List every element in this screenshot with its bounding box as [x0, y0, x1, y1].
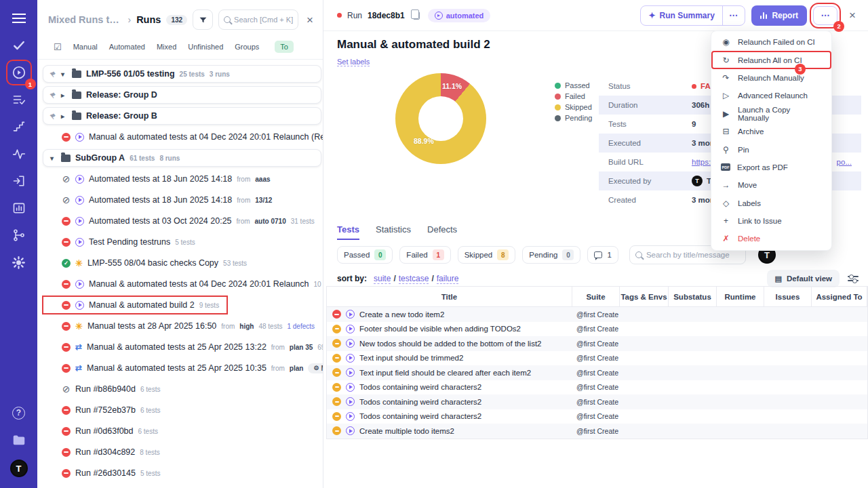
- select-all-icon[interactable]: ☑: [54, 42, 62, 52]
- tests-search-input[interactable]: [646, 251, 740, 259]
- run-list-item[interactable]: ⚑ Run #752eb37b from 6 tests: [43, 401, 323, 419]
- runs-filter-tab[interactable]: Mixed: [157, 43, 176, 51]
- user-avatar[interactable]: T: [10, 460, 28, 477]
- menu-item[interactable]: ◉ Relaunch Failed on CI: [711, 33, 831, 51]
- menu-item[interactable]: ⊟ Archive: [711, 123, 831, 140]
- more-actions-button[interactable]: ⋯ 2: [813, 6, 837, 25]
- runs-filter-tab[interactable]: Automated: [109, 43, 145, 51]
- status-filter-chip[interactable]: Passed 0: [337, 246, 393, 264]
- table-column-header[interactable]: Substatus: [669, 287, 717, 306]
- chevron-icon[interactable]: [61, 92, 67, 99]
- run-list-item[interactable]: ⚑ Test Pending testruns from 5 tests: [43, 233, 323, 251]
- run-list-item[interactable]: ⚑ LMP-555 08/04 basic checks Copy from 5…: [43, 254, 323, 272]
- branch-icon[interactable]: [12, 228, 26, 243]
- sort-option-link[interactable]: suite: [374, 274, 391, 284]
- menu-item[interactable]: ⚲ Pin: [711, 140, 831, 158]
- filter-button[interactable]: [193, 9, 213, 30]
- run-summary-button[interactable]: ✦ Run Summary ⋯: [640, 5, 745, 26]
- run-list-item[interactable]: ⚑ Automated tests at 18 Jun 2025 14:18 f…: [43, 170, 323, 188]
- run-list-item[interactable]: ⚑ SubGroup A from 61 tests 8 runs: [43, 149, 321, 167]
- pulse-icon[interactable]: [12, 146, 26, 161]
- copy-icon[interactable]: [413, 12, 420, 20]
- table-row[interactable]: Todos containing weird characters2 @firs…: [327, 409, 867, 424]
- table-row[interactable]: Todos containing weird characters2 @firs…: [327, 394, 867, 409]
- table-row[interactable]: Create a new todo item2 @first Create ..…: [327, 307, 867, 322]
- menu-item[interactable]: + Link to Issue: [711, 212, 831, 230]
- run-list-item[interactable]: ⚑ Manual tests at 28 Apr 2025 16:50 from…: [43, 317, 323, 335]
- check-nav-icon[interactable]: [12, 38, 26, 53]
- import-icon[interactable]: [12, 174, 26, 188]
- menu-item[interactable]: ↻ Relaunch All on CI 3: [711, 51, 831, 68]
- comments-filter-chip[interactable]: 1: [587, 246, 618, 264]
- run-summary-more-button[interactable]: ⋯: [722, 6, 745, 25]
- chip-label: Failed: [406, 251, 427, 259]
- settings-gear-icon[interactable]: [12, 255, 26, 270]
- column-settings-icon[interactable]: [848, 276, 859, 281]
- breadcrumb-project[interactable]: Mixed Runs testing: [48, 14, 122, 25]
- detail-tab[interactable]: Statistics: [376, 224, 411, 240]
- table-column-header[interactable]: Tags & Envs: [620, 287, 669, 306]
- run-list-item[interactable]: ⚑ Manual & automated tests at 25 Apr 202…: [43, 359, 323, 377]
- menu-item[interactable]: PDF Export as PDF: [711, 159, 831, 176]
- menu-item[interactable]: ✗ Delete: [711, 230, 831, 247]
- table-row[interactable]: Text input field should be cleared after…: [327, 365, 867, 380]
- projects-folder-icon[interactable]: [12, 432, 26, 447]
- runs-search-input[interactable]: [234, 16, 293, 24]
- report-button[interactable]: Report: [751, 5, 807, 26]
- run-list-item[interactable]: ⚑ Manual & automated tests at 04 Dec 202…: [43, 275, 323, 293]
- run-list-item[interactable]: ⚑ Automated tests at 03 Oct 2024 20:25 f…: [43, 212, 323, 230]
- run-list-item[interactable]: ⚑ Automated tests at 18 Jun 2025 14:18 f…: [43, 191, 323, 209]
- analytics-icon[interactable]: [12, 201, 26, 216]
- sort-option-link[interactable]: testcase: [399, 274, 429, 284]
- menu-hamburger-icon[interactable]: [12, 11, 26, 26]
- table-row[interactable]: Create multiple todo items2 @first Creat…: [327, 424, 867, 439]
- detail-tab[interactable]: Tests: [337, 224, 359, 240]
- table-row[interactable]: Footer should be visible when adding TOD…: [327, 322, 867, 337]
- run-list-item[interactable]: ⚑ Manual & automated tests at 04 Dec 202…: [43, 128, 323, 146]
- help-icon[interactable]: ?: [12, 405, 26, 420]
- run-list-item[interactable]: ⚑ Run #0d63f0bd from 6 tests: [43, 422, 323, 440]
- menu-item[interactable]: → Move: [711, 176, 831, 194]
- steps-icon[interactable]: [12, 119, 26, 134]
- table-row[interactable]: Text input should be trimmed2 @first Cre…: [327, 351, 867, 366]
- list-check-icon[interactable]: [12, 92, 26, 107]
- chevron-icon[interactable]: [50, 155, 56, 162]
- run-list-item[interactable]: ⚑ LMP-556 01/05 testing from 25 tests 3 …: [43, 65, 321, 83]
- table-column-header[interactable]: Runtime: [717, 287, 764, 306]
- close-detail-icon[interactable]: ×: [846, 9, 859, 21]
- status-filter-chip[interactable]: Failed 1: [399, 246, 450, 264]
- run-list-item[interactable]: ⚑ Manual & automated build 2 from 9 test…: [43, 296, 227, 314]
- menu-item[interactable]: ↷ Relaunch Manually: [711, 69, 831, 87]
- runs-filter-tab[interactable]: Unfinished: [188, 43, 223, 51]
- close-panel-icon[interactable]: ×: [304, 14, 316, 26]
- run-list-item[interactable]: ⚑ Release: Group B from: [43, 107, 321, 125]
- runs-filter-tab[interactable]: Groups: [235, 43, 259, 51]
- table-column-header[interactable]: Assigned To: [812, 287, 867, 306]
- runs-filter-tab[interactable]: Manual: [73, 43, 98, 51]
- table-row[interactable]: New todos should be added to the bottom …: [327, 336, 867, 351]
- run-list-item[interactable]: ⚑ Run #d304c892 from 8 tests: [43, 443, 323, 461]
- run-list-item[interactable]: ⚑ Manual & automated tests at 25 Apr 202…: [43, 338, 323, 356]
- detail-value-overflow[interactable]: po...: [837, 158, 852, 166]
- menu-item[interactable]: ▷ Advanced Relaunch: [711, 87, 831, 104]
- detail-tab[interactable]: Defects: [427, 224, 457, 240]
- run-list-item[interactable]: ⚑ Run #b86b940d from 6 tests: [43, 380, 323, 398]
- menu-item[interactable]: ▶ Launch a Copy Manually: [711, 105, 831, 123]
- status-filter-chip[interactable]: Pending 0: [522, 246, 580, 264]
- automated-badge[interactable]: automated: [428, 9, 491, 22]
- chevron-icon[interactable]: [61, 70, 67, 78]
- menu-item[interactable]: ◇ Labels: [711, 195, 831, 212]
- status-filter-chip[interactable]: Skipped 8: [458, 246, 516, 264]
- runs-play-icon[interactable]: 1: [12, 65, 26, 80]
- run-list-item[interactable]: ⚑ Run #26d30145 from 5 tests: [43, 464, 323, 482]
- chevron-icon[interactable]: [61, 113, 67, 120]
- default-view-button[interactable]: ▤ Default view: [767, 270, 840, 287]
- table-column-header[interactable]: Title: [327, 287, 572, 306]
- set-labels-link[interactable]: Set labels: [337, 58, 370, 66]
- table-column-header[interactable]: Issues: [764, 287, 812, 306]
- table-row[interactable]: Todos containing weird characters2 @firs…: [327, 380, 867, 395]
- runs-filter-tab[interactable]: To: [275, 41, 294, 53]
- table-column-header[interactable]: Suite: [572, 287, 620, 306]
- sort-option-link[interactable]: failure: [437, 274, 459, 284]
- run-list-item[interactable]: ⚑ Release: Group D from: [43, 86, 321, 104]
